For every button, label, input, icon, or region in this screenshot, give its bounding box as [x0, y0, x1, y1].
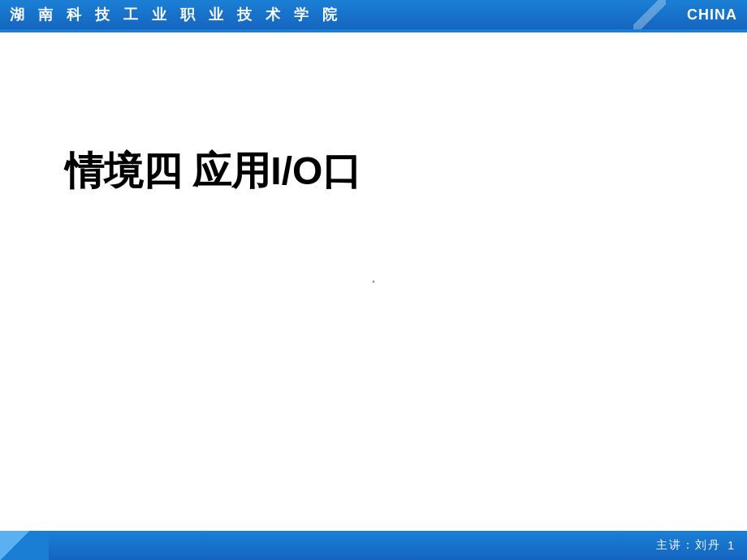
center-dot-decoration — [373, 281, 375, 283]
footer-right: 主讲：刘丹 1 — [656, 538, 734, 553]
main-content: 情境四 应用I/O口 — [0, 32, 747, 531]
presenter-label: 主讲：刘丹 — [656, 538, 721, 553]
header-right: CHINA — [687, 6, 737, 24]
slide-container: 湖 南 科 技 工 业 职 业 技 术 学 院 CHINA 情境四 应用I/O口… — [0, 0, 747, 560]
header-bar: 湖 南 科 技 工 业 职 业 技 术 学 院 CHINA — [0, 0, 747, 29]
footer-bar: 主讲：刘丹 1 — [0, 531, 747, 560]
page-number: 1 — [728, 539, 734, 552]
university-title: 湖 南 科 技 工 业 职 业 技 术 学 院 — [10, 5, 342, 24]
china-label: CHINA — [687, 6, 737, 24]
slide-title: 情境四 应用I/O口 — [65, 146, 361, 196]
header-stripe-decoration — [633, 0, 666, 29]
footer-stripe-decoration — [0, 531, 49, 560]
